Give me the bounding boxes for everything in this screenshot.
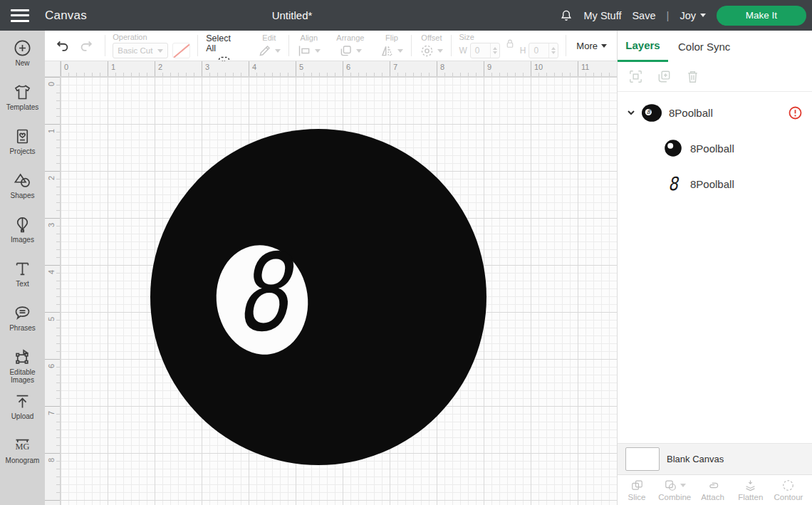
offset-button[interactable]: Offset: [412, 31, 451, 61]
ruler-number: 8: [47, 456, 56, 464]
ruler-number: 2: [158, 63, 162, 71]
align-button[interactable]: Align: [289, 31, 328, 61]
sidebar-item-upload[interactable]: Upload: [0, 392, 45, 436]
canvas-color-swatch[interactable]: [625, 447, 660, 471]
ruler-number: 11: [581, 63, 589, 71]
warning-icon[interactable]: [788, 106, 802, 120]
panel-tabs: Layers Color Sync: [618, 31, 812, 62]
ruler-number: 2: [47, 174, 56, 182]
bell-icon[interactable]: [559, 9, 573, 23]
ball-body[interactable]: [150, 129, 486, 465]
layer-row-number[interactable]: 8 8Poolball: [618, 166, 812, 202]
ruler-number: 8: [440, 63, 444, 71]
blank-canvas-row[interactable]: Blank Canvas: [618, 443, 812, 474]
combine-button[interactable]: Combine: [658, 479, 691, 501]
ruler-vertical: 012345678: [45, 77, 61, 505]
chevron-down-icon: [157, 49, 163, 53]
chevron-down-icon: [601, 44, 607, 48]
height-input[interactable]: 0: [529, 43, 558, 58]
operation-select[interactable]: Basic Cut: [113, 43, 168, 58]
menu-icon[interactable]: [11, 9, 29, 22]
text-icon: [13, 259, 32, 278]
size-label: Size: [459, 33, 474, 41]
canvas-toolbar: Operation Basic Cut Select All Edit: [45, 31, 617, 61]
arrange-button[interactable]: Arrange: [328, 31, 372, 61]
sidebar-item-images[interactable]: Images: [0, 215, 45, 259]
lock-icon: [504, 37, 516, 50]
my-stuff-link[interactable]: My Stuff: [584, 10, 622, 21]
project-card-icon: [13, 127, 32, 146]
layer-group-thumbnail: 8: [641, 103, 662, 123]
attach-button[interactable]: Attach: [697, 479, 729, 501]
trash-icon[interactable]: [685, 68, 701, 85]
canvas-area: 01234567891011 012345678 8: [45, 61, 617, 505]
document-title[interactable]: Untitled*: [272, 9, 313, 21]
height-label: H: [520, 46, 526, 56]
sidebar-item-new[interactable]: New: [0, 38, 45, 83]
width-stepper[interactable]: [490, 43, 499, 58]
edit-button[interactable]: Edit: [249, 31, 288, 61]
select-all-button[interactable]: Select All: [198, 31, 249, 61]
height-stepper[interactable]: [548, 43, 558, 58]
undo-button[interactable]: [51, 31, 74, 61]
chevron-down-icon: [397, 49, 403, 53]
lock-ratio-toggle[interactable]: [503, 43, 517, 58]
sidebar-item-templates[interactable]: Templates: [0, 83, 45, 127]
chevron-down-icon: [680, 484, 686, 487]
canvas-grid[interactable]: 8: [61, 77, 617, 505]
user-menu[interactable]: Joy: [680, 10, 706, 21]
speech-bubble-icon: [13, 303, 32, 323]
chevron-down-icon: [315, 49, 321, 53]
ruler-number: 6: [47, 362, 56, 370]
ruler-number: 1: [111, 63, 115, 71]
ruler-number: 5: [47, 315, 56, 323]
combine-icon: [663, 479, 678, 492]
paperclip-icon: [706, 478, 719, 493]
sidebar-item-text[interactable]: Text: [0, 259, 45, 303]
layers-list: 8 8Poolball 8Poolball: [618, 92, 812, 443]
header-right: My Stuff Save | Joy Make It: [559, 6, 806, 26]
sidebar-item-projects[interactable]: Projects: [0, 127, 45, 171]
layer-group-row[interactable]: 8 8Poolball: [618, 95, 812, 130]
duplicate-icon[interactable]: [656, 68, 672, 85]
ruler-number: 10: [534, 63, 543, 71]
svg-text:8: 8: [668, 173, 679, 194]
tab-color-sync[interactable]: Color Sync: [668, 31, 740, 62]
ruler-number: 3: [205, 63, 209, 71]
align-icon: [297, 43, 312, 58]
slice-icon: [630, 479, 645, 492]
header-divider: |: [667, 9, 670, 21]
color-swatch[interactable]: [172, 43, 190, 58]
flip-icon: [380, 43, 395, 58]
width-input[interactable]: 0: [470, 43, 500, 58]
sidebar-item-shapes[interactable]: Shapes: [0, 171, 45, 215]
sidebar: New Templates Projects Shapes Images Tex…: [0, 31, 45, 505]
layers-panel: Layers Color Sync 8 8Poolball: [617, 31, 812, 505]
width-label: W: [459, 46, 467, 56]
slice-button[interactable]: Slice: [620, 479, 653, 501]
offset-icon: [420, 43, 434, 58]
tab-layers[interactable]: Layers: [618, 31, 668, 62]
save-link[interactable]: Save: [632, 10, 655, 21]
flip-button[interactable]: Flip: [372, 31, 411, 61]
sidebar-item-phrases[interactable]: Phrases: [0, 303, 45, 348]
redo-button[interactable]: [74, 31, 98, 61]
group-icon[interactable]: [628, 68, 644, 85]
eight-ball-graphic[interactable]: 8: [61, 77, 617, 505]
sidebar-item-monogram[interactable]: MG Monogram: [0, 436, 45, 480]
layer-row-ball[interactable]: 8Poolball: [618, 130, 812, 166]
upload-icon: [13, 392, 32, 411]
layer-name: 8Poolball: [690, 178, 812, 190]
operation-group: Operation Basic Cut: [105, 31, 197, 61]
blank-canvas-label: Blank Canvas: [667, 454, 724, 464]
chevron-down-icon[interactable]: [626, 108, 636, 118]
ruler-corner: [45, 61, 61, 77]
flatten-button[interactable]: Flatten: [734, 479, 767, 501]
more-button[interactable]: More: [566, 31, 617, 61]
chevron-down-icon: [275, 49, 281, 53]
sidebar-item-editable-images[interactable]: Editable Images: [0, 348, 45, 392]
contour-button[interactable]: Contour: [772, 479, 805, 501]
layer-actions-toolbar: [618, 62, 812, 92]
bottom-actions-toolbar: Slice Combine Attach Flatten Contour: [618, 474, 812, 505]
make-it-button[interactable]: Make It: [717, 6, 806, 26]
